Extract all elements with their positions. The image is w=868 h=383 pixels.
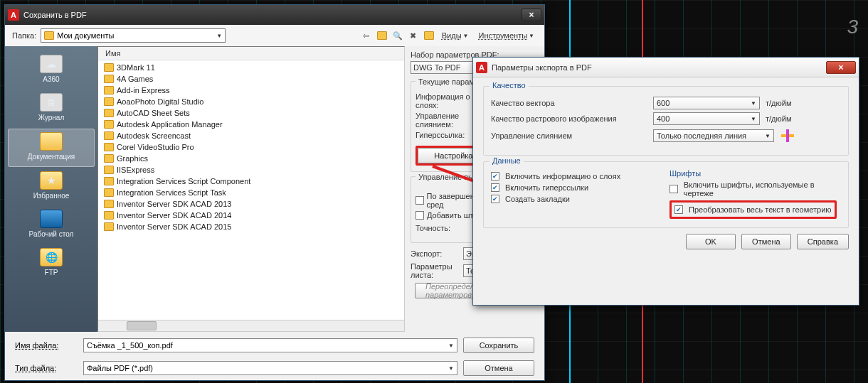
folder-icon [104, 177, 114, 185]
folder-icon [104, 109, 114, 117]
autocad-icon: A [8, 9, 19, 21]
file-name: Inventor Server SDK ACAD 2014 [117, 211, 231, 220]
folder-icon [104, 131, 114, 140]
folder-toolbar: Папка: Мои документы ▼ ⇦ 🔍 ✖ Виды ▼ Инст… [5, 25, 544, 46]
list-item[interactable]: AutoCAD Sheet Sets [102, 107, 400, 119]
list-item[interactable]: Integration Services Script Task [102, 187, 400, 198]
sidebar-ftp[interactable]: 🌐FTP [8, 245, 95, 282]
merge-control-select[interactable]: Только последняя линия▼ [653, 129, 774, 142]
folder-select[interactable]: Мои документы ▼ [41, 28, 226, 43]
dialog-title: Сохранить в PDF [23, 11, 87, 19]
delete-icon[interactable]: ✖ [408, 30, 419, 41]
folder-icon [104, 97, 114, 106]
file-name: Inventor Server SDK ACAD 2013 [117, 200, 231, 208]
open-after-checkbox[interactable] [416, 196, 424, 205]
filename-label: Имя файла: [15, 341, 78, 350]
help-button[interactable]: Справка [797, 234, 849, 249]
save-pdf-dialog: A Сохранить в PDF × Папка: Мои документы… [4, 4, 545, 381]
folder-icon [104, 143, 114, 151]
list-item[interactable]: Corel VideoStudio Pro [102, 141, 400, 153]
folder-icon [44, 31, 54, 40]
folder-label: Папка: [12, 31, 36, 40]
export-titlebar[interactable]: A Параметры экспорта в PDF × [473, 58, 859, 77]
cancel-button[interactable]: Отмена [463, 360, 534, 376]
tools-menu[interactable]: Инструменты ▼ [475, 31, 537, 41]
merge-icon [780, 128, 795, 144]
list-item[interactable]: Graphics [102, 153, 400, 164]
sidebar-desktop[interactable]: Рабочий стол [8, 207, 95, 244]
list-item[interactable]: Inventor Server SDK ACAD 2013 [102, 198, 400, 210]
include-layers-checkbox[interactable] [491, 172, 499, 180]
folder-icon [104, 200, 114, 208]
search-icon[interactable]: 🔍 [392, 30, 403, 41]
data-fonts-group: Данные Включить информацию о слоях Включ… [483, 161, 849, 228]
text-to-geometry-checkbox[interactable] [674, 205, 683, 214]
column-header-name[interactable]: Имя [98, 47, 404, 60]
places-sidebar: ☁A360 🗎Журнал Документация ★Избранное Ра… [5, 46, 97, 332]
list-item[interactable]: 3DMark 11 [102, 62, 400, 73]
chevron-down-icon: ▼ [216, 33, 222, 39]
folder-value: Мои документы [57, 31, 213, 40]
add-stamp-checkbox[interactable] [416, 211, 424, 220]
folder-icon [104, 188, 114, 197]
save-button[interactable]: Сохранить [463, 338, 534, 353]
raster-quality-select[interactable]: 400▼ [653, 112, 760, 125]
cancel-button[interactable]: Отмена [741, 234, 791, 249]
list-item[interactable]: Add-in Express [102, 85, 400, 96]
list-item[interactable]: AoaoPhoto Digital Studio [102, 96, 400, 107]
folder-icon [104, 63, 114, 72]
quality-group: Качество Качество вектора 600▼ т/дюйм Ка… [483, 86, 849, 156]
fonts-label: Шрифты [669, 169, 841, 178]
list-item[interactable]: IISExpress [102, 164, 400, 176]
list-item[interactable]: Autodesk Application Manager [102, 119, 400, 130]
create-bookmarks-checkbox[interactable] [491, 195, 499, 203]
include-hyperlinks-checkbox[interactable] [491, 183, 499, 192]
ok-button[interactable]: OK [686, 234, 736, 249]
file-name: Integration Services Script Task [117, 188, 226, 197]
file-name: AoaoPhoto Digital Studio [117, 97, 203, 106]
folder-icon [104, 154, 114, 163]
autocad-icon: A [476, 62, 487, 73]
horizontal-scrollbar[interactable] [98, 320, 404, 331]
sidebar-documents[interactable]: Документация [8, 129, 95, 167]
file-name: AutoCAD Sheet Sets [117, 109, 190, 117]
file-name: IISExpress [117, 166, 154, 174]
folder-icon [104, 86, 114, 95]
file-name: 3DMark 11 [117, 63, 155, 72]
file-name: Graphics [117, 154, 148, 163]
file-name: Inventor Server SDK ACAD 2015 [117, 222, 231, 231]
sidebar-history[interactable]: 🗎Журнал [8, 90, 95, 127]
file-name: Corel VideoStudio Pro [117, 143, 194, 151]
file-name: Autodesk Screencast [117, 131, 191, 140]
include-fonts-checkbox[interactable] [669, 185, 678, 193]
list-item[interactable]: Inventor Server SDK ACAD 2014 [102, 210, 400, 221]
close-button[interactable]: × [522, 9, 541, 21]
new-folder-icon[interactable] [423, 30, 435, 41]
file-name: Add-in Express [117, 86, 170, 95]
back-icon[interactable]: ⇦ [361, 30, 372, 41]
bottom-bar: Имя файла: Съёмка _1_500_коп.pdf▼ Сохран… [5, 332, 544, 383]
export-title: Параметры экспорта в PDF [492, 63, 592, 72]
sidebar-a360[interactable]: ☁A360 [8, 52, 95, 89]
filetype-select[interactable]: Файлы PDF (*.pdf)▼ [83, 361, 457, 375]
file-name: 4A Games [117, 75, 153, 83]
sidebar-favorites[interactable]: ★Избранное [8, 168, 95, 205]
list-item[interactable]: Integration Services Script Component [102, 176, 400, 187]
filename-input[interactable]: Съёмка _1_500_коп.pdf▼ [83, 338, 457, 352]
file-name: Integration Services Script Component [117, 177, 250, 185]
pdf-export-params-dialog: A Параметры экспорта в PDF × Качество Ка… [472, 57, 859, 306]
list-item[interactable]: Autodesk Screencast [102, 130, 400, 141]
list-item[interactable]: 4A Games [102, 73, 400, 85]
svg-rect-1 [786, 129, 789, 142]
up-folder-icon[interactable] [376, 30, 388, 41]
titlebar[interactable]: A Сохранить в PDF × [5, 5, 544, 25]
filetype-label: Тип файла: [15, 364, 78, 372]
views-menu[interactable]: Виды ▼ [439, 31, 472, 41]
close-button[interactable]: × [826, 61, 856, 74]
file-name: Autodesk Application Manager [117, 120, 223, 129]
list-item[interactable]: Inventor Server SDK ACAD 2015 [102, 221, 400, 232]
vector-quality-select[interactable]: 600▼ [653, 97, 760, 109]
folder-icon [104, 120, 114, 129]
file-list[interactable]: Имя 3DMark 114A GamesAdd-in ExpressAoaoP… [97, 46, 405, 332]
folder-icon [104, 75, 114, 83]
